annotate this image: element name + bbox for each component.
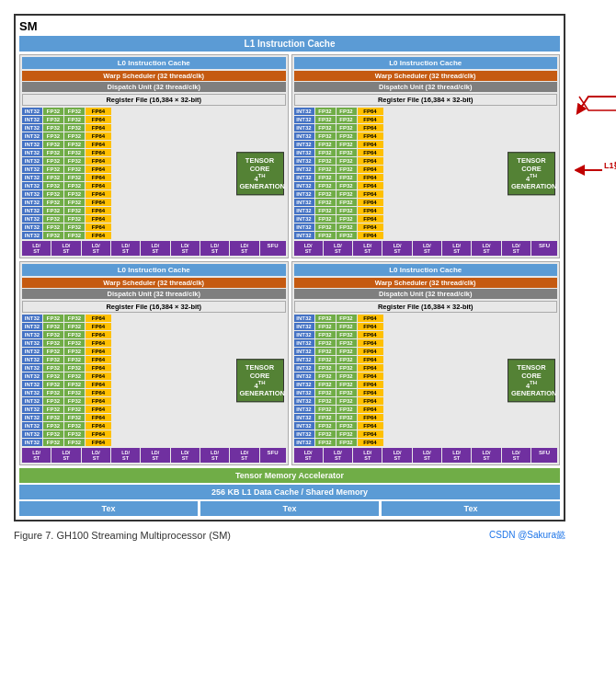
- sfu-cell-1: SFU: [260, 241, 286, 256]
- warp-scheduler-2: Warp Scheduler (32 thread/clk): [294, 71, 558, 81]
- l0-cache-1: L0 Instruction Cache: [22, 57, 286, 69]
- tensor-core-label-4: TENSOR CORE4THGENERATION: [508, 359, 555, 403]
- arrow-gen4-icon: [575, 87, 616, 124]
- sub-sm-1: L0 Instruction Cache Warp Scheduler (32 …: [19, 54, 289, 258]
- sm-title: SM: [19, 19, 560, 33]
- warp-scheduler-3: Warp Scheduler (32 thread/clk): [22, 278, 286, 288]
- sfu-cell-4: SFU: [531, 448, 557, 463]
- tex-cell-2: Tex: [200, 501, 379, 516]
- annotation-l1cache: L1数据cache与 共享内存结合: [575, 161, 616, 179]
- ld-st-cell: LD/ST: [82, 241, 110, 256]
- sub-sm-4: L0 Instruction Cache Warp Scheduler (32 …: [291, 261, 561, 465]
- dispatch-unit-4: Dispatch Unit (32 thread/clk): [294, 289, 558, 299]
- l0-cache-3: L0 Instruction Cache: [22, 264, 286, 276]
- quad-grid: L0 Instruction Cache Warp Scheduler (32 …: [19, 54, 560, 465]
- arrow-l1cache-icon: [575, 161, 602, 179]
- dispatch-unit-1: Dispatch Unit (32 thread/clk): [22, 82, 286, 92]
- ld-st-row-4: LD/ST LD/ST LD/ST LD/ST LD/ST LD/ST LD/S…: [294, 448, 558, 463]
- l1-data-cache: 256 KB L1 Data Cache / Shared Memory: [19, 485, 560, 499]
- cores-area-2: INT32FP32FP32FP64 INT32FP32FP32FP64 INT3…: [294, 108, 558, 239]
- ld-st-cell: LD/ST: [111, 241, 140, 256]
- annotation-gen4: 第四代张量核心: [575, 87, 616, 124]
- figure-caption-text: Figure 7. GH100 Streaming Multiprocessor…: [14, 530, 231, 541]
- dispatch-unit-2: Dispatch Unit (32 thread/clk): [294, 82, 558, 92]
- sfu-cell-2: SFU: [531, 241, 557, 256]
- sm-container: SM L1 Instruction Cache L0 Instruction C…: [14, 14, 565, 521]
- ld-st-cell: LD/ST: [51, 241, 80, 256]
- tensor-core-label-3: TENSOR CORE4THGENERATION: [236, 359, 284, 403]
- register-file-4: Register File (16,384 × 32-bit): [294, 301, 558, 313]
- annotation-l1cache-text: L1数据cache与 共享内存结合: [604, 161, 616, 172]
- tensor-memory-accelerator: Tensor Memory Accelerator: [19, 468, 560, 483]
- sub-sm-2: L0 Instruction Cache Warp Scheduler (32 …: [291, 54, 561, 258]
- register-file-1: Register File (16,384 × 32-bit): [22, 94, 286, 106]
- ld-st-row-2: LD/ST LD/ST LD/ST LD/ST LD/ST LD/ST LD/S…: [294, 241, 558, 256]
- cores-area-4: INT32FP32FP32FP64 INT32FP32FP32FP64 INT3…: [294, 315, 558, 446]
- sfu-cell-3: SFU: [260, 448, 286, 463]
- ld-st-cell: LD/ST: [141, 241, 169, 256]
- figure-source: CSDN @Sakura懿: [489, 529, 565, 542]
- dispatch-unit-3: Dispatch Unit (32 thread/clk): [22, 289, 286, 299]
- page-container: { "sm": { "title": "SM", "l1_instruction…: [0, 0, 616, 699]
- l0-cache-4: L0 Instruction Cache: [294, 264, 558, 276]
- annotations-panel: 第四代张量核心 L1数据cache与 共享内存结合: [575, 14, 616, 179]
- ld-st-cell: LD/ST: [171, 241, 200, 256]
- warp-scheduler-1: Warp Scheduler (32 thread/clk): [22, 71, 286, 81]
- tensor-core-label-1: TENSOR CORE4THGENERATION: [236, 152, 284, 196]
- tex-cell-1: Tex: [19, 501, 198, 516]
- ld-st-cell: LD/ST: [230, 241, 258, 256]
- register-file-3: Register File (16,384 × 32-bit): [22, 301, 286, 313]
- ld-st-cell: LD/ST: [22, 241, 51, 256]
- l0-cache-2: L0 Instruction Cache: [294, 57, 558, 69]
- cores-area-3: INT32FP32FP32FP64 INT32FP32FP32FP64 INT3…: [22, 315, 286, 446]
- cores-area-1: INT32FP32FP32FP64 INT32FP32FP32FP64 INT3…: [22, 108, 286, 239]
- warp-scheduler-4: Warp Scheduler (32 thread/clk): [294, 278, 558, 288]
- ld-st-row-1: LD/ST LD/ST LD/ST LD/ST LD/ST LD/ST LD/S…: [22, 241, 286, 256]
- figure-caption: Figure 7. GH100 Streaming Multiprocessor…: [14, 529, 565, 542]
- ld-st-row-3: LD/ST LD/ST LD/ST LD/ST LD/ST LD/ST LD/S…: [22, 448, 286, 463]
- sub-sm-3: L0 Instruction Cache Warp Scheduler (32 …: [19, 261, 289, 465]
- tex-row: Tex Tex Tex: [19, 501, 560, 516]
- tensor-core-label-2: TENSOR CORE4THGENERATION: [508, 152, 555, 196]
- register-file-2: Register File (16,384 × 32-bit): [294, 94, 558, 106]
- tex-cell-3: Tex: [382, 501, 560, 516]
- l1-instruction-cache: L1 Instruction Cache: [19, 36, 560, 52]
- ld-st-cell: LD/ST: [200, 241, 229, 256]
